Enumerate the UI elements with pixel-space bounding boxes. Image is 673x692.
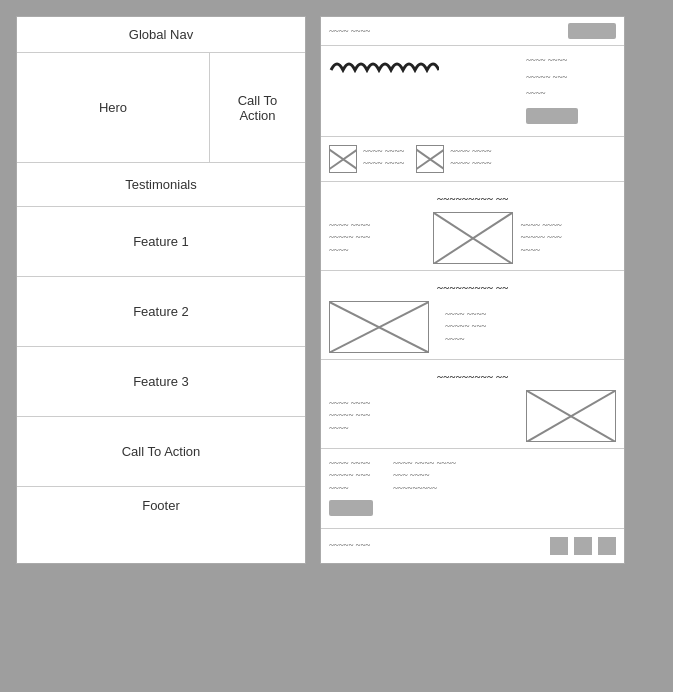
- testimonial-item-1: ~~~~ ~~~~ ~~~~ ~~~~: [329, 145, 404, 173]
- right-hero-row: ~~~~ ~~~~ ~~~~~ ~~~ ~~~~: [321, 46, 624, 137]
- feature2-title: ~~~~~~~~~ ~~: [329, 277, 616, 295]
- feature2-title-text: ~~~~~~~~~ ~~: [437, 281, 509, 293]
- feature3-label: Feature 3: [133, 374, 189, 389]
- hero-button-placeholder: [526, 108, 578, 124]
- left-hero-section: Hero: [17, 53, 210, 162]
- right-testimonials-row: ~~~~ ~~~~ ~~~~ ~~~~ ~~~~ ~~~~ ~~~~ ~~~~: [321, 137, 624, 182]
- left-cta-bottom-section: Call To Action: [17, 417, 305, 487]
- left-feature1-section: Feature 1: [17, 207, 305, 277]
- feature2-text: ~~~~ ~~~~ ~~~~~ ~~~ ~~~~: [445, 308, 616, 346]
- right-nav-text: ~~~~ ~~~~: [329, 25, 370, 38]
- testimonial-item-2: ~~~~ ~~~~ ~~~~ ~~~~: [416, 145, 491, 173]
- footer-label: Footer: [142, 498, 180, 513]
- feature1-title-text: ~~~~~~~~~ ~~: [437, 192, 509, 204]
- feature3-image: [526, 390, 616, 442]
- right-hero-heading: [329, 54, 518, 80]
- left-footer-section: Footer: [17, 487, 305, 523]
- left-nav-section: Global Nav: [17, 17, 305, 53]
- left-feature3-section: Feature 3: [17, 347, 305, 417]
- wireframe-container: Global Nav Hero Call To Action Testimoni…: [16, 16, 657, 564]
- right-hero-text1: ~~~~ ~~~~: [526, 54, 616, 67]
- right-feature1-section: ~~~~~~~~~ ~~ ~~~~ ~~~~ ~~~~~ ~~~ ~~~~ ~~…: [321, 182, 624, 271]
- right-hero-btn: [526, 108, 616, 128]
- footer-icon-1: [550, 537, 568, 555]
- left-hero-row: Hero Call To Action: [17, 53, 305, 163]
- right-feature2-section: ~~~~~~~~~ ~~ ~~~~ ~~~~ ~~~~~ ~~~ ~~~~: [321, 271, 624, 360]
- right-hero-right: ~~~~ ~~~~ ~~~~~ ~~~ ~~~~: [526, 54, 616, 128]
- testimonial-text-2: ~~~~ ~~~~ ~~~~ ~~~~: [450, 145, 491, 170]
- cta-bottom-label: Call To Action: [122, 444, 201, 459]
- cta-btn-placeholder: [329, 500, 373, 516]
- right-cta-row: ~~~~ ~~~~ ~~~~~ ~~~ ~~~~ ~~~~ ~~~~ ~~~~ …: [321, 449, 624, 529]
- left-testimonials-section: Testimonials: [17, 163, 305, 207]
- feature1-label: Feature 1: [133, 234, 189, 249]
- footer-text: ~~~~~ ~~~: [329, 539, 370, 552]
- testimonials-label: Testimonials: [125, 177, 197, 192]
- cta-label: Call To Action: [238, 93, 278, 123]
- cta-button: [329, 500, 373, 520]
- cta-left: ~~~~ ~~~~ ~~~~~ ~~~ ~~~~: [329, 457, 373, 520]
- nav-label: Global Nav: [129, 27, 193, 42]
- right-nav-button: [568, 23, 616, 39]
- feature1-text-right: ~~~~ ~~~~ ~~~~~ ~~~ ~~~~: [521, 219, 617, 257]
- hero-label: Hero: [99, 100, 127, 115]
- hero-squiggle-svg: [329, 54, 439, 76]
- feature1-body: ~~~~ ~~~~ ~~~~~ ~~~ ~~~~ ~~~~ ~~~~ ~~~~~…: [329, 212, 616, 264]
- right-nav-row: ~~~~ ~~~~: [321, 17, 624, 46]
- right-hero-text3: ~~~~: [526, 87, 616, 100]
- footer-icon-2: [574, 537, 592, 555]
- feature2-label: Feature 2: [133, 304, 189, 319]
- feature3-text-left: ~~~~ ~~~~ ~~~~~ ~~~ ~~~~: [329, 397, 518, 435]
- feature3-body: ~~~~ ~~~~ ~~~~~ ~~~ ~~~~: [329, 390, 616, 442]
- left-feature2-section: Feature 2: [17, 277, 305, 347]
- cta-right: ~~~~ ~~~~ ~~~~ ~~~ ~~~~ ~~~~~~~~~: [393, 457, 616, 520]
- feature2-body: ~~~~ ~~~~ ~~~~~ ~~~ ~~~~: [329, 301, 616, 353]
- feature3-title-text: ~~~~~~~~~ ~~: [437, 370, 509, 382]
- right-hero-text2: ~~~~~ ~~~: [526, 71, 616, 84]
- footer-icons: [547, 537, 616, 555]
- testimonial-text-1: ~~~~ ~~~~ ~~~~ ~~~~: [363, 145, 404, 170]
- feature1-text: ~~~~ ~~~~ ~~~~~ ~~~ ~~~~: [329, 219, 425, 257]
- feature1-image: [433, 212, 513, 264]
- feature2-image: [329, 301, 429, 353]
- right-footer-row: ~~~~~ ~~~: [321, 529, 624, 563]
- testimonial-img-1: [329, 145, 357, 173]
- footer-icon-3: [598, 537, 616, 555]
- right-feature3-section: ~~~~~~~~~ ~~ ~~~~ ~~~~ ~~~~~ ~~~ ~~~~: [321, 360, 624, 449]
- feature3-title: ~~~~~~~~~ ~~: [329, 366, 616, 384]
- testimonial-img-2: [416, 145, 444, 173]
- feature1-title: ~~~~~~~~~ ~~: [329, 188, 616, 206]
- left-cta-section: Call To Action: [210, 53, 305, 162]
- left-wireframe: Global Nav Hero Call To Action Testimoni…: [16, 16, 306, 564]
- right-wireframe: ~~~~ ~~~~ ~~~~ ~~~~ ~~~~~ ~~~ ~~~~: [320, 16, 625, 564]
- right-hero-left: [329, 54, 518, 128]
